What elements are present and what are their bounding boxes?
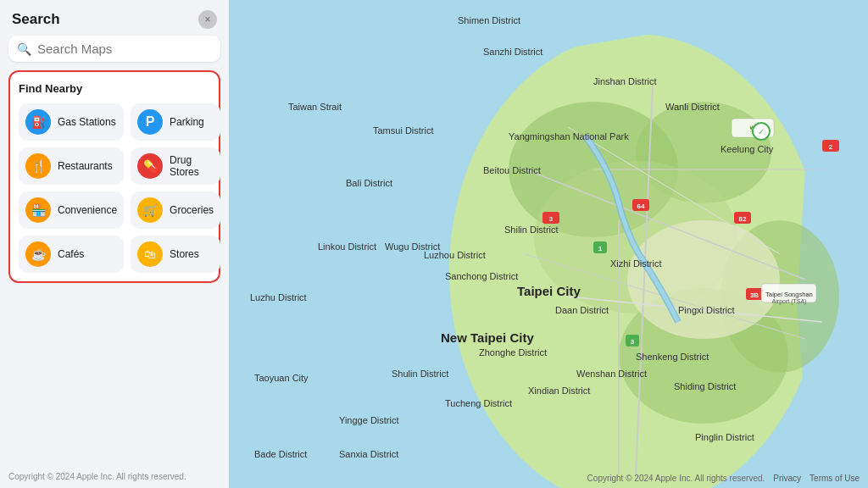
svg-text:Airport (TSA): Airport (TSA) <box>772 298 807 305</box>
gas-icon: ⛽ <box>25 109 51 135</box>
map-footer: Copyright © 2024 Apple Inc. All rights r… <box>587 474 860 483</box>
svg-text:✓: ✓ <box>758 128 765 136</box>
nearby-item-parking[interactable]: PParking <box>131 103 220 141</box>
cafes-label: Cafés <box>58 248 84 260</box>
svg-text:Taipei Songshan: Taipei Songshan <box>765 291 812 298</box>
nearby-item-stores[interactable]: 🛍Stores <box>131 236 220 273</box>
map-background: 1 3 82 2 64 3B 3 Taipei Songshan Airport… <box>229 0 868 488</box>
svg-point-11 <box>627 220 780 339</box>
gas-label: Gas Stations <box>58 116 116 128</box>
search-icon: 🔍 <box>17 42 31 56</box>
svg-text:3: 3 <box>549 215 554 223</box>
map-copyright: Copyright © 2024 Apple Inc. All rights r… <box>587 474 765 483</box>
groceries-label: Groceries <box>170 204 214 216</box>
restaurants-icon: 🍴 <box>25 153 51 179</box>
terms-link[interactable]: Terms of Use <box>810 474 860 483</box>
parking-label: Parking <box>170 116 204 128</box>
groceries-icon: 🛒 <box>137 197 163 223</box>
svg-text:3B: 3B <box>750 291 759 299</box>
nearby-item-cafes[interactable]: ☕Cafés <box>19 236 124 273</box>
convenience-icon: 🏪 <box>25 197 51 223</box>
search-input-wrapper: 🔍 <box>8 36 220 62</box>
search-input[interactable] <box>37 42 212 56</box>
search-header: Search × <box>0 0 229 36</box>
nearby-item-restaurants[interactable]: 🍴Restaurants <box>19 147 124 185</box>
nearby-grid: ⛽Gas StationsPParking🍴Restaurants💊Drug S… <box>19 103 210 273</box>
cafes-icon: ☕ <box>25 241 51 267</box>
drug-icon: 💊 <box>137 153 163 179</box>
drug-label: Drug Stores <box>170 154 214 178</box>
svg-text:3: 3 <box>631 338 635 346</box>
map-area[interactable]: 1 3 82 2 64 3B 3 Taipei Songshan Airport… <box>229 0 868 488</box>
svg-text:1: 1 <box>598 245 603 252</box>
nearby-item-convenience[interactable]: 🏪Convenience <box>19 191 124 229</box>
stores-icon: 🛍 <box>137 241 163 267</box>
nearby-item-gas[interactable]: ⛽Gas Stations <box>19 103 124 141</box>
svg-text:82: 82 <box>739 215 747 223</box>
restaurants-label: Restaurants <box>58 160 113 172</box>
nearby-item-drug[interactable]: 💊Drug Stores <box>131 147 220 185</box>
sidebar-footer: Copyright © 2024 Apple Inc. All rights r… <box>8 472 186 481</box>
find-nearby-section: Find Nearby ⛽Gas StationsPParking🍴Restau… <box>8 70 220 283</box>
svg-text:2: 2 <box>829 143 833 151</box>
svg-text:64: 64 <box>637 202 645 210</box>
close-icon: × <box>204 14 210 25</box>
find-nearby-title: Find Nearby <box>19 82 210 95</box>
sidebar: Search × 🔍 Find Nearby ⛽Gas StationsPPar… <box>0 0 229 488</box>
nearby-item-groceries[interactable]: 🛒Groceries <box>131 191 220 229</box>
privacy-link[interactable]: Privacy <box>773 474 801 483</box>
stores-label: Stores <box>170 248 199 260</box>
search-title: Search <box>12 11 60 28</box>
convenience-label: Convenience <box>58 204 117 216</box>
close-button[interactable]: × <box>198 10 217 29</box>
parking-icon: P <box>137 109 163 135</box>
